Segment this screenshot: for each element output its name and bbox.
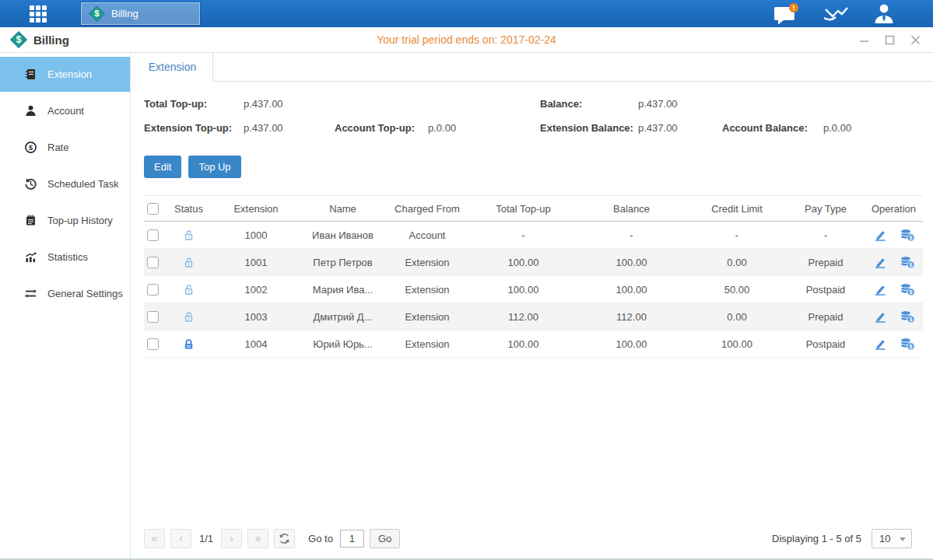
column-header: Name bbox=[302, 196, 384, 222]
column-header: Total Top-up bbox=[471, 196, 576, 222]
balance-cell: - bbox=[576, 222, 687, 249]
sidebar-item-general-settings[interactable]: General Settings bbox=[0, 276, 130, 311]
edit-icon[interactable] bbox=[873, 338, 887, 351]
top-up-icon[interactable]: $ bbox=[900, 282, 915, 296]
pay-type-cell: Prepaid bbox=[787, 249, 865, 276]
svg-text:$: $ bbox=[28, 144, 32, 152]
taskbar-tab-billing[interactable]: $ Billing bbox=[81, 2, 200, 25]
name-cell: Иван Иванов bbox=[302, 222, 384, 249]
statistics-monitor-icon[interactable] bbox=[823, 5, 849, 23]
top-up-button[interactable]: Top Up bbox=[188, 156, 240, 178]
billing-diamond-icon: $ bbox=[89, 5, 105, 22]
extension-balance-label: Extension Balance: bbox=[540, 122, 638, 134]
last-page-icon[interactable]: » bbox=[247, 529, 268, 548]
sidebar-item-scheduled-task[interactable]: Scheduled Task bbox=[0, 166, 130, 201]
sidebar-item-statistics[interactable]: Statistics bbox=[0, 240, 130, 275]
window-title: Billing bbox=[33, 33, 69, 47]
charged-from-cell: Extension bbox=[384, 331, 471, 358]
credit-limit-cell: 50.00 bbox=[687, 276, 787, 303]
balance-summary: Total Top-up: p.437.00 Extension Top-up:… bbox=[144, 92, 923, 140]
credit-limit-cell: 100.00 bbox=[687, 331, 787, 358]
lock-open-icon[interactable] bbox=[182, 310, 195, 324]
column-header: Charged From bbox=[384, 196, 471, 222]
user-icon[interactable] bbox=[872, 3, 896, 24]
apps-grid-icon[interactable] bbox=[30, 5, 47, 23]
tab-strip: Extension bbox=[131, 53, 933, 82]
extensions-table: StatusExtensionNameCharged FromTotal Top… bbox=[144, 195, 923, 358]
sidebar-item-label: Extension bbox=[47, 68, 92, 80]
charged-from-cell: Extension bbox=[384, 249, 471, 276]
scheduled-task-icon bbox=[23, 177, 37, 191]
pagination-bar: « ‹ 1/1 › » Go to Go Displaying bbox=[144, 527, 923, 558]
row-checkbox[interactable] bbox=[147, 338, 159, 350]
table-row: 1000Иван ИвановAccount----$ bbox=[144, 222, 923, 249]
table-row: 1001Петр ПетровExtension100.00100.000.00… bbox=[144, 249, 923, 276]
window-title-bar: $ Billing Your trial period ends on: 201… bbox=[0, 27, 933, 53]
go-button[interactable]: Go bbox=[370, 529, 400, 548]
sidebar-item-label: Statistics bbox=[47, 251, 88, 263]
row-checkbox[interactable] bbox=[147, 257, 159, 268]
page-size-dropdown[interactable]: 10 bbox=[872, 529, 912, 548]
table-row: 1004Юрий Юрь...Extension100.00100.00100.… bbox=[144, 331, 923, 358]
sidebar-item-extension[interactable]: Extension bbox=[0, 57, 130, 92]
edit-icon[interactable] bbox=[873, 256, 887, 269]
messages-icon[interactable]: ! bbox=[773, 3, 799, 25]
svg-text:$: $ bbox=[16, 34, 22, 45]
maximize-icon[interactable] bbox=[885, 35, 895, 45]
lock-open-icon[interactable] bbox=[182, 229, 195, 242]
charged-from-cell: Account bbox=[384, 222, 471, 249]
page-size-value: 10 bbox=[879, 533, 890, 544]
sidebar-item-label: Account bbox=[47, 105, 84, 117]
minimize-icon[interactable] bbox=[859, 35, 869, 45]
balance-cell: 112.00 bbox=[576, 303, 687, 331]
first-page-icon[interactable]: « bbox=[144, 529, 165, 548]
name-cell: Юрий Юрь... bbox=[302, 331, 384, 358]
tab-extension[interactable]: Extension bbox=[132, 53, 213, 82]
chevron-down-icon bbox=[900, 537, 906, 541]
column-header: Credit Limit bbox=[687, 196, 787, 222]
topup-history-icon bbox=[23, 214, 37, 227]
row-checkbox[interactable] bbox=[147, 229, 159, 241]
notification-badge: ! bbox=[793, 4, 795, 12]
edit-icon[interactable] bbox=[873, 283, 887, 296]
name-cell: Петр Петров bbox=[302, 249, 384, 276]
next-page-icon[interactable]: › bbox=[221, 529, 242, 548]
sidebar-item-rate[interactable]: $Rate bbox=[0, 130, 130, 165]
top-up-icon[interactable]: $ bbox=[900, 337, 915, 351]
sidebar-item-top-up-history[interactable]: Top-up History bbox=[0, 203, 130, 238]
previous-page-icon[interactable]: ‹ bbox=[170, 529, 191, 548]
table-header-row: StatusExtensionNameCharged FromTotal Top… bbox=[144, 196, 923, 222]
total-topup-cell: 100.00 bbox=[471, 331, 576, 358]
lock-closed-icon[interactable] bbox=[182, 338, 195, 351]
extension-cell: 1000 bbox=[210, 222, 302, 249]
close-icon[interactable] bbox=[910, 35, 921, 45]
top-up-icon[interactable]: $ bbox=[900, 255, 915, 269]
top-up-icon[interactable]: $ bbox=[900, 310, 915, 324]
top-up-icon[interactable]: $ bbox=[900, 228, 915, 242]
row-checkbox[interactable] bbox=[147, 284, 159, 296]
credit-limit-cell: 0.00 bbox=[687, 249, 787, 276]
credit-limit-cell: - bbox=[687, 222, 787, 249]
select-all-checkbox[interactable] bbox=[147, 203, 159, 215]
account-balance-value: p.0.00 bbox=[823, 122, 851, 134]
edit-icon[interactable] bbox=[873, 229, 887, 242]
edit-icon[interactable] bbox=[873, 310, 887, 324]
name-cell: Мария Ива... bbox=[302, 276, 384, 303]
balance-label: Balance: bbox=[540, 98, 638, 110]
column-header: Status bbox=[167, 196, 210, 222]
refresh-icon[interactable] bbox=[274, 529, 295, 548]
sidebar-item-label: General Settings bbox=[47, 288, 123, 299]
account-balance-label: Account Balance: bbox=[722, 122, 823, 134]
total-topup-label: Total Top-up: bbox=[144, 98, 244, 110]
pay-type-cell: Postpaid bbox=[787, 276, 865, 303]
lock-open-icon[interactable] bbox=[182, 256, 195, 269]
extension-topup-value: p.437.00 bbox=[244, 122, 335, 134]
edit-button[interactable]: Edit bbox=[144, 156, 181, 178]
rate-icon: $ bbox=[23, 141, 37, 154]
extension-icon bbox=[23, 68, 37, 81]
column-header: Operation bbox=[865, 196, 923, 222]
goto-page-input[interactable] bbox=[340, 530, 364, 548]
sidebar-item-account[interactable]: Account bbox=[0, 93, 130, 128]
lock-open-icon[interactable] bbox=[182, 283, 195, 296]
row-checkbox[interactable] bbox=[147, 311, 159, 323]
